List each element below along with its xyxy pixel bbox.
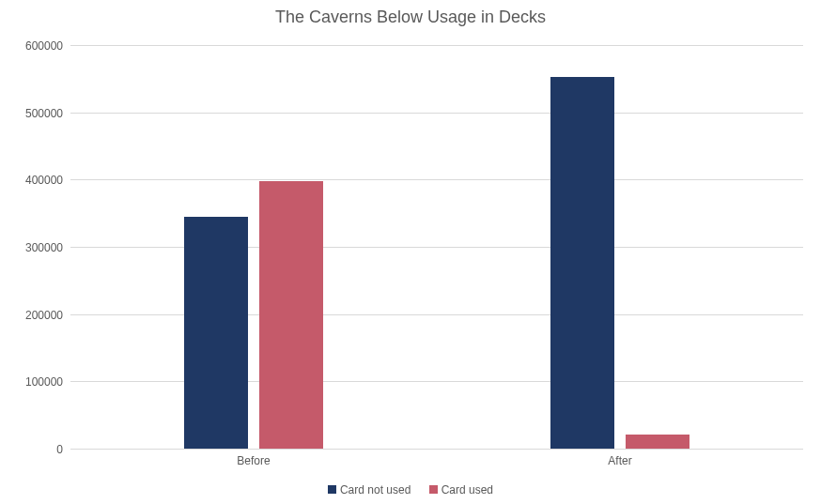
y-tick-6: 600000 [25, 39, 63, 53]
x-tick-after: After [608, 454, 631, 467]
legend-label: Card not used [340, 483, 410, 496]
x-tick-before: Before [237, 454, 270, 467]
y-tick-4: 400000 [25, 174, 63, 187]
bar-before-used [259, 181, 323, 449]
y-tick-3: 300000 [25, 241, 63, 254]
y-tick-0: 0 [56, 443, 63, 456]
y-tick-5: 500000 [25, 107, 63, 120]
bar-after-used [626, 435, 689, 449]
legend-swatch-icon [328, 485, 336, 494]
chart-title: The Caverns Below Usage in Decks [0, 8, 821, 27]
plot-area: 0 100000 200000 300000 400000 500000 600… [70, 45, 803, 449]
chart-container: The Caverns Below Usage in Decks 0 10000… [0, 0, 821, 504]
bar-before-not-used [184, 217, 248, 449]
y-tick-1: 100000 [25, 375, 63, 389]
legend-item-used: Card used [429, 483, 493, 496]
bars-layer [70, 45, 803, 449]
legend-label: Card used [441, 483, 493, 496]
legend: Card not used Card used [0, 483, 821, 497]
legend-swatch-icon [429, 485, 438, 494]
legend-item-not-used: Card not used [328, 483, 410, 496]
bar-after-not-used [550, 77, 614, 449]
y-tick-2: 200000 [25, 309, 63, 322]
